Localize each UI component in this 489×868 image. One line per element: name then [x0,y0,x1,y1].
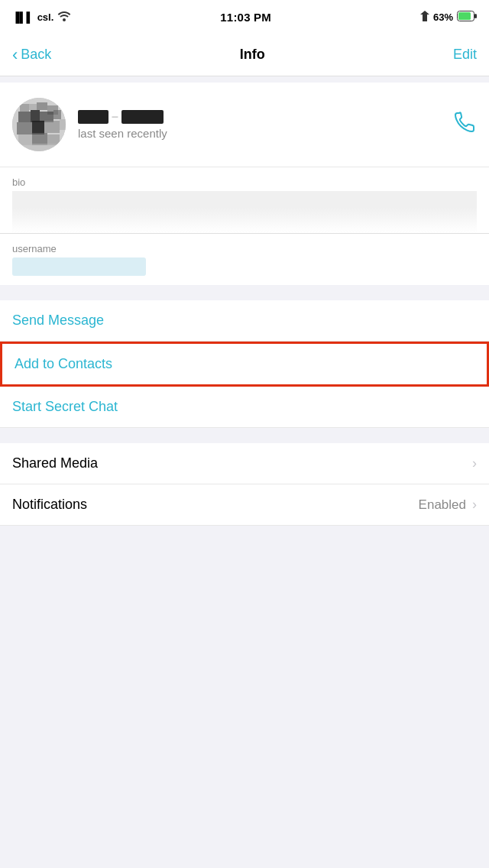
username-section: username [0,234,489,285]
location-icon [420,11,429,24]
page-title: Info [240,47,265,63]
name-dot: – [112,110,118,124]
notifications-chevron-icon: › [472,497,477,513]
back-label[interactable]: Back [21,47,51,63]
svg-rect-3 [474,14,477,18]
battery-percent: 63% [433,11,453,23]
svg-rect-20 [21,144,57,151]
shared-media-label: Shared Media [12,455,98,471]
send-message-button[interactable]: Send Message [0,300,489,342]
status-time: 11:03 PM [220,11,271,24]
name-part-2 [121,110,164,124]
svg-rect-13 [17,122,32,134]
shared-media-row[interactable]: Shared Media › [0,443,489,484]
svg-rect-7 [37,102,47,110]
notifications-label: Notifications [12,497,87,513]
bio-content [12,191,477,233]
svg-rect-9 [18,112,31,122]
bio-label: bio [12,177,477,188]
battery-icon [457,11,477,24]
shared-media-right: › [472,455,477,471]
bio-section: bio [0,167,489,233]
profile-info: – last seen recently [78,110,167,140]
svg-point-0 [63,18,66,21]
svg-rect-12 [53,110,61,119]
avatar-image [12,98,66,151]
avatar [12,98,66,151]
username-label: username [12,243,477,254]
svg-rect-14 [32,121,44,134]
svg-rect-6 [29,104,37,110]
profile-name: – [78,110,167,124]
wifi-icon [57,11,71,24]
start-secret-chat-button[interactable]: Start Secret Chat [0,387,489,428]
add-to-contacts-button[interactable]: Add to Contacts [0,342,489,387]
edit-button[interactable]: Edit [453,47,477,63]
add-to-contacts-label: Add to Contacts [15,356,112,371]
svg-rect-5 [20,104,29,112]
svg-rect-18 [32,133,47,145]
name-part-1 [78,110,108,124]
svg-rect-10 [31,110,40,122]
nav-bar: ‹ Back Info Edit [0,34,489,76]
notifications-row[interactable]: Notifications Enabled › [0,484,489,526]
svg-rect-15 [44,121,60,133]
svg-rect-17 [18,134,32,145]
send-message-label: Send Message [12,313,104,328]
shared-media-chevron-icon: › [472,455,477,471]
back-chevron-icon: ‹ [12,45,18,65]
notifications-right: Enabled › [419,497,477,513]
profile-left: – last seen recently [12,98,167,151]
start-secret-chat-label: Start Secret Chat [12,399,118,414]
call-button[interactable] [452,110,477,140]
svg-rect-19 [47,134,60,145]
back-button[interactable]: ‹ Back [12,45,51,65]
status-bar: ▐▌▌ csl. 11:03 PM 63% [0,0,489,34]
notifications-value: Enabled [419,497,466,513]
carrier-label: csl. [37,11,54,23]
profile-section: – last seen recently [0,83,489,167]
status-left: ▐▌▌ csl. [12,11,71,24]
profile-status: last seen recently [78,127,167,140]
username-value [12,257,146,276]
svg-rect-2 [458,12,471,20]
actions-section: Send Message Add to Contacts Start Secre… [0,300,489,428]
svg-rect-11 [40,112,53,122]
status-right: 63% [420,11,477,24]
signal-bars: ▐▌▌ [12,11,34,23]
svg-rect-16 [60,119,66,130]
info-section: Shared Media › Notifications Enabled › [0,443,489,526]
